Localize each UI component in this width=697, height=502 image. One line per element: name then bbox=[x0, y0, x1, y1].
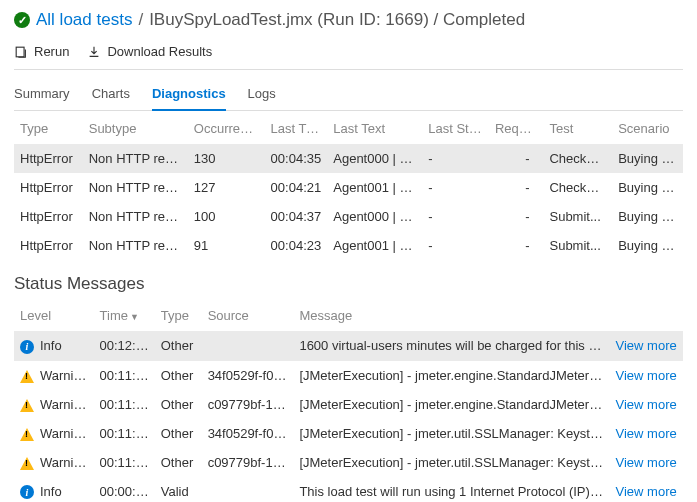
cell-level: iInfo bbox=[14, 331, 94, 361]
table-row[interactable]: Warning00:11:09Otherc09779bf-166...[JMet… bbox=[14, 390, 683, 419]
view-more-link[interactable]: View more bbox=[610, 361, 683, 390]
cell-message: [JMeterExecution] - jmeter.engine.Standa… bbox=[293, 361, 609, 390]
view-more-link[interactable]: View more bbox=[610, 419, 683, 448]
cell-scenario: Buying Us... bbox=[612, 231, 683, 260]
cell-level: Warning bbox=[14, 390, 94, 419]
cell-last_time: 00:04:23 bbox=[265, 231, 328, 260]
svg-rect-0 bbox=[16, 47, 24, 57]
cell-subtype: Non HTTP respo.. bbox=[83, 173, 188, 202]
cell-scenario: Buying Us... bbox=[612, 144, 683, 173]
col-scenario[interactable]: Scenario bbox=[612, 111, 683, 144]
table-row[interactable]: HttpErrorNon HTTP respo..10000:04:37Agen… bbox=[14, 202, 683, 231]
table-row[interactable]: iInfo00:12:21Other1600 virtual-users min… bbox=[14, 331, 683, 361]
breadcrumb-root-link[interactable]: All load tests bbox=[36, 10, 132, 30]
tab-summary[interactable]: Summary bbox=[14, 86, 70, 110]
view-more-link[interactable]: View more bbox=[610, 477, 683, 502]
cell-request: - bbox=[489, 173, 544, 202]
table-row[interactable]: Warning00:11:09Other34f0529f-f03...[JMet… bbox=[14, 361, 683, 390]
cell-message: [JMeterExecution] - jmeter.engine.Standa… bbox=[293, 390, 609, 419]
table-row[interactable]: HttpErrorNon HTTP respo..12700:04:21Agen… bbox=[14, 173, 683, 202]
table-row[interactable]: Warning00:11:09Other34f0529f-f03...[JMet… bbox=[14, 419, 683, 448]
cell-last_text: Agent001 | Buy... bbox=[327, 173, 422, 202]
cell-level: Warning bbox=[14, 419, 94, 448]
rerun-icon bbox=[14, 45, 28, 59]
cell-scenario: Buying Us... bbox=[612, 202, 683, 231]
status-completed-icon: ✓ bbox=[14, 12, 30, 28]
cell-source bbox=[202, 331, 294, 361]
cell-request: - bbox=[489, 231, 544, 260]
warning-icon bbox=[20, 428, 34, 441]
status-messages-title: Status Messages bbox=[14, 274, 683, 294]
cell-subtype: Non HTTP respo.. bbox=[83, 231, 188, 260]
col-subtype[interactable]: Subtype bbox=[83, 111, 188, 144]
cell-test: Submit... bbox=[543, 231, 612, 260]
cell-type: Other bbox=[155, 331, 202, 361]
cell-time: 00:11:09 bbox=[94, 361, 155, 390]
cell-type: HttpError bbox=[14, 231, 83, 260]
cell-level: iInfo bbox=[14, 477, 94, 502]
col-type[interactable]: Type bbox=[14, 111, 83, 144]
view-more-link[interactable]: View more bbox=[610, 331, 683, 361]
col-last-text[interactable]: Last Text bbox=[327, 111, 422, 144]
col-message[interactable]: Message bbox=[293, 298, 609, 331]
cell-last_time: 00:04:37 bbox=[265, 202, 328, 231]
col-request[interactable]: Request bbox=[489, 111, 544, 144]
warning-icon bbox=[20, 457, 34, 470]
col-type2[interactable]: Type bbox=[155, 298, 202, 331]
cell-last_stack: - bbox=[422, 173, 489, 202]
tab-diagnostics[interactable]: Diagnostics bbox=[152, 86, 226, 111]
cell-source: c09779bf-166... bbox=[202, 390, 294, 419]
col-test[interactable]: Test bbox=[543, 111, 612, 144]
col-last-time[interactable]: Last Time bbox=[265, 111, 328, 144]
cell-type: HttpError bbox=[14, 173, 83, 202]
toolbar: Rerun Download Results bbox=[14, 44, 683, 70]
col-last-stack[interactable]: Last Stack bbox=[422, 111, 489, 144]
cell-type: Valid bbox=[155, 477, 202, 502]
download-icon bbox=[87, 45, 101, 59]
diagnostics-table: Type Subtype Occurrences Last Time Last … bbox=[14, 111, 683, 260]
download-results-button[interactable]: Download Results bbox=[87, 44, 212, 59]
cell-occ: 100 bbox=[188, 202, 265, 231]
download-label: Download Results bbox=[107, 44, 212, 59]
rerun-label: Rerun bbox=[34, 44, 69, 59]
tabs: Summary Charts Diagnostics Logs bbox=[14, 76, 683, 111]
col-source[interactable]: Source bbox=[202, 298, 294, 331]
col-occurrences[interactable]: Occurrences bbox=[188, 111, 265, 144]
cell-request: - bbox=[489, 202, 544, 231]
cell-message: This load test will run using 1 Internet… bbox=[293, 477, 609, 502]
warning-icon bbox=[20, 370, 34, 383]
cell-type: Other bbox=[155, 390, 202, 419]
cell-scenario: Buying Us... bbox=[612, 173, 683, 202]
rerun-button[interactable]: Rerun bbox=[14, 44, 69, 59]
view-more-link[interactable]: View more bbox=[610, 390, 683, 419]
table-row[interactable]: iInfo00:00:10ValidThis load test will ru… bbox=[14, 477, 683, 502]
tab-charts[interactable]: Charts bbox=[92, 86, 130, 110]
table-row[interactable]: HttpErrorNon HTTP respo..9100:04:23Agent… bbox=[14, 231, 683, 260]
cell-message: [JMeterExecution] - jmeter.util.SSLManag… bbox=[293, 448, 609, 477]
table-row[interactable]: HttpErrorNon HTTP respo..13000:04:35Agen… bbox=[14, 144, 683, 173]
col-time[interactable]: Time▼ bbox=[94, 298, 155, 331]
cell-source: 34f0529f-f03... bbox=[202, 419, 294, 448]
view-more-link[interactable]: View more bbox=[610, 448, 683, 477]
cell-message: 1600 virtual-users minutes will be charg… bbox=[293, 331, 609, 361]
cell-type: Other bbox=[155, 361, 202, 390]
info-icon: i bbox=[20, 485, 34, 499]
tab-logs[interactable]: Logs bbox=[248, 86, 276, 110]
cell-message: [JMeterExecution] - jmeter.util.SSLManag… bbox=[293, 419, 609, 448]
sort-desc-icon: ▼ bbox=[130, 312, 139, 322]
status-messages-table: Level Time▼ Type Source Message iInfo00:… bbox=[14, 298, 683, 502]
cell-last_stack: - bbox=[422, 231, 489, 260]
cell-occ: 130 bbox=[188, 144, 265, 173]
col-level[interactable]: Level bbox=[14, 298, 94, 331]
cell-last_stack: - bbox=[422, 202, 489, 231]
cell-occ: 91 bbox=[188, 231, 265, 260]
cell-subtype: Non HTTP respo.. bbox=[83, 144, 188, 173]
cell-time: 00:11:09 bbox=[94, 390, 155, 419]
cell-type: HttpError bbox=[14, 144, 83, 173]
cell-subtype: Non HTTP respo.. bbox=[83, 202, 188, 231]
cell-type: HttpError bbox=[14, 202, 83, 231]
cell-time: 00:00:10 bbox=[94, 477, 155, 502]
cell-test: Checkou... bbox=[543, 144, 612, 173]
cell-test: Submit... bbox=[543, 202, 612, 231]
table-row[interactable]: Warning00:11:09Otherc09779bf-166...[JMet… bbox=[14, 448, 683, 477]
